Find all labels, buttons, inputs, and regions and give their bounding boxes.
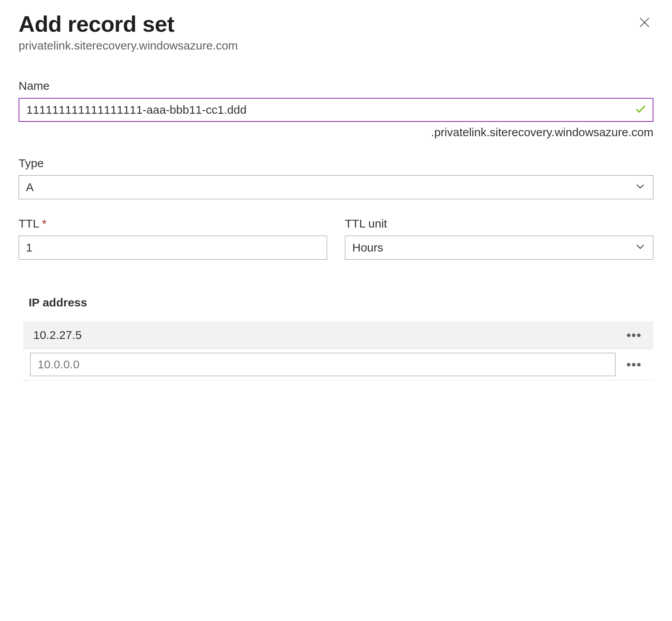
chevron-down-icon: [634, 180, 646, 195]
ttl-label: TTL *: [19, 217, 327, 230]
name-input[interactable]: [19, 98, 653, 122]
type-select-value: A: [26, 181, 34, 194]
ip-address-input[interactable]: [30, 353, 615, 376]
ip-address-value: 10.2.27.5: [33, 328, 82, 342]
chevron-down-icon: [634, 241, 646, 255]
ttl-unit-select[interactable]: Hours: [345, 236, 653, 260]
more-actions-icon[interactable]: •••: [625, 358, 643, 371]
ttl-unit-select-value: Hours: [352, 241, 383, 254]
ip-address-heading: IP address: [23, 296, 653, 309]
ttl-unit-label: TTL unit: [345, 217, 653, 230]
blade-subtitle: privatelink.siterecovery.windowsazure.co…: [19, 39, 653, 52]
type-select[interactable]: A: [19, 175, 653, 199]
ip-address-row[interactable]: 10.2.27.5 •••: [23, 322, 653, 349]
name-suffix: .privatelink.siterecovery.windowsazure.c…: [19, 126, 653, 139]
more-actions-icon[interactable]: •••: [625, 329, 643, 341]
type-label: Type: [19, 157, 653, 170]
close-icon[interactable]: [638, 11, 653, 32]
required-indicator: *: [42, 217, 47, 230]
ttl-input[interactable]: [19, 236, 327, 260]
blade-title: Add record set: [19, 11, 174, 37]
name-label: Name: [19, 79, 653, 92]
ip-address-add-row: •••: [23, 349, 653, 380]
